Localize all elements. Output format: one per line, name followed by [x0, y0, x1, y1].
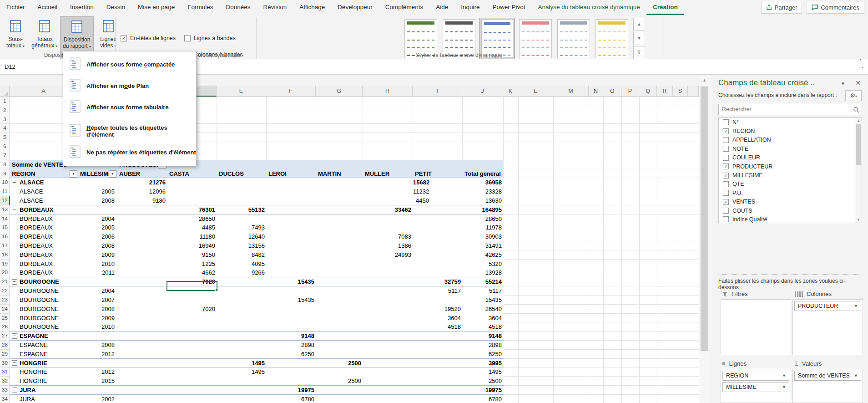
empty-cell[interactable]	[504, 377, 519, 386]
empty-cell[interactable]	[622, 322, 640, 332]
row-header-18[interactable]: 18	[0, 250, 10, 260]
empty-cell[interactable]	[640, 359, 657, 368]
empty-cell[interactable]	[504, 196, 519, 205]
comments-button[interactable]: Commentaires	[807, 2, 864, 14]
collapse-button[interactable]: −	[12, 388, 17, 393]
empty-cell[interactable]	[657, 386, 673, 395]
row-header-32[interactable]: 32	[0, 377, 10, 386]
column-header-I[interactable]: I	[413, 86, 462, 97]
empty-cell[interactable]	[589, 196, 604, 205]
empty-cell[interactable]	[316, 142, 363, 151]
empty-cell[interactable]	[673, 341, 688, 350]
empty-cell[interactable]	[622, 187, 640, 196]
field-item-region[interactable]: ✓REGION	[719, 127, 862, 135]
row-header-5[interactable]: 5	[0, 133, 10, 142]
empty-cell[interactable]	[622, 151, 640, 160]
gallery-up-button[interactable]: ▲	[633, 18, 645, 31]
collapse-button[interactable]: −	[12, 360, 17, 366]
empty-cell[interactable]	[673, 367, 688, 377]
empty-cell[interactable]	[589, 214, 604, 224]
empty-cell[interactable]	[217, 106, 267, 115]
empty-cell[interactable]	[554, 241, 589, 250]
empty-cell[interactable]	[504, 350, 519, 359]
empty-cell[interactable]	[640, 367, 657, 377]
empty-cell[interactable]	[554, 133, 589, 142]
empty-cell[interactable]	[504, 142, 519, 151]
empty-cell[interactable]	[267, 97, 316, 106]
empty-cell[interactable]	[688, 268, 699, 277]
empty-cell[interactable]	[589, 305, 604, 314]
tab-r-vision[interactable]: Révision	[257, 0, 293, 15]
empty-cell[interactable]	[640, 232, 657, 241]
empty-cell[interactable]	[504, 214, 519, 224]
empty-cell[interactable]	[657, 332, 673, 341]
row-header-27[interactable]: 27	[0, 332, 10, 341]
empty-cell[interactable]	[673, 133, 688, 142]
empty-cell[interactable]	[604, 214, 622, 224]
empty-cell[interactable]	[657, 367, 673, 377]
empty-cell[interactable]	[519, 205, 554, 214]
row-header-10[interactable]: 10	[0, 178, 10, 187]
empty-cell[interactable]	[604, 314, 622, 323]
empty-cell[interactable]	[622, 377, 640, 386]
empty-cell[interactable]	[673, 386, 688, 395]
empty-cell[interactable]	[673, 151, 688, 160]
empty-cell[interactable]	[604, 268, 622, 277]
empty-cell[interactable]	[267, 142, 316, 151]
empty-cell[interactable]	[519, 350, 554, 359]
empty-cell[interactable]	[622, 386, 640, 395]
empty-cell[interactable]	[688, 367, 699, 377]
empty-cell[interactable]	[519, 359, 554, 368]
column-header-P[interactable]: P	[621, 86, 639, 97]
empty-cell[interactable]	[688, 341, 699, 350]
empty-cell[interactable]	[640, 178, 657, 187]
row-header-2[interactable]: 2	[0, 106, 10, 115]
row-header-28[interactable]: 28	[0, 341, 10, 350]
empty-cell[interactable]	[463, 124, 504, 133]
empty-cell[interactable]	[640, 205, 657, 214]
empty-cell[interactable]	[688, 277, 699, 286]
empty-cell[interactable]	[673, 160, 688, 169]
empty-cell[interactable]	[589, 187, 604, 196]
empty-cell[interactable]	[657, 178, 673, 187]
empty-cell[interactable]	[554, 187, 589, 196]
empty-cell[interactable]	[622, 214, 640, 224]
empty-cell[interactable]	[316, 133, 363, 142]
row-header-33[interactable]: 33	[0, 386, 10, 395]
empty-cell[interactable]	[640, 386, 657, 395]
empty-cell[interactable]	[688, 377, 699, 386]
tab-inquire[interactable]: Inquire	[454, 0, 486, 15]
empty-cell[interactable]	[640, 115, 657, 124]
empty-cell[interactable]	[688, 286, 699, 296]
empty-cell[interactable]	[413, 115, 463, 124]
empty-cell[interactable]	[519, 97, 554, 106]
empty-cell[interactable]	[589, 332, 604, 341]
scroll-up-icon[interactable]: ▲	[699, 75, 710, 86]
empty-cell[interactable]	[589, 223, 604, 232]
empty-cell[interactable]	[316, 97, 363, 106]
empty-cell[interactable]	[622, 296, 640, 305]
empty-cell[interactable]	[554, 377, 589, 386]
empty-cell[interactable]	[554, 322, 589, 332]
empty-cell[interactable]	[463, 106, 504, 115]
empty-cell[interactable]	[640, 286, 657, 296]
empty-cell[interactable]	[657, 124, 673, 133]
column-header-O[interactable]: O	[603, 86, 621, 97]
empty-cell[interactable]	[217, 142, 267, 151]
empty-cell[interactable]	[316, 151, 363, 160]
empty-cell[interactable]	[504, 322, 519, 332]
row-header-7[interactable]: 7	[0, 151, 10, 160]
empty-cell[interactable]	[554, 232, 589, 241]
empty-cell[interactable]	[688, 260, 699, 269]
empty-cell[interactable]	[413, 133, 463, 142]
empty-cell[interactable]	[604, 196, 622, 205]
empty-cell[interactable]	[688, 386, 699, 395]
empty-cell[interactable]	[673, 377, 688, 386]
empty-cell[interactable]	[504, 314, 519, 323]
row-header-23[interactable]: 23	[0, 296, 10, 305]
empty-cell[interactable]	[688, 214, 699, 224]
empty-cell[interactable]	[554, 160, 589, 169]
empty-cell[interactable]	[688, 332, 699, 341]
empty-cell[interactable]	[604, 395, 622, 403]
empty-cell[interactable]	[519, 160, 554, 169]
